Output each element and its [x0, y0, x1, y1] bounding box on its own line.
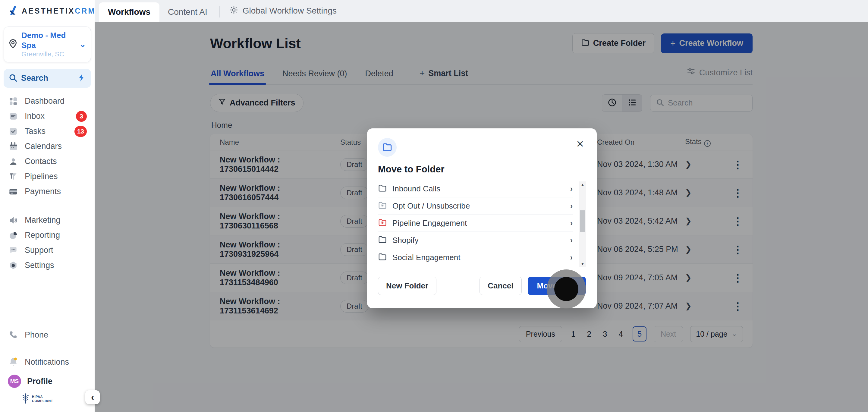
sidebar-item-label: Dashboard: [25, 96, 64, 106]
folder-item-pipeline-engagement[interactable]: Pipeline Engagement ›: [378, 215, 572, 232]
folder-item-shopify[interactable]: Shopify ›: [378, 232, 572, 249]
sidebar-item-label: Inbox: [25, 112, 44, 121]
sidebar-item-inbox[interactable]: Inbox 3: [4, 109, 91, 124]
payments-icon: [8, 187, 19, 196]
pipelines-icon: [8, 172, 19, 182]
marketing-icon: [8, 216, 19, 225]
sidebar-item-label: Pipelines: [25, 172, 58, 181]
location-name: Demo - Med Spa: [22, 30, 76, 50]
tasks-icon: [8, 127, 19, 136]
tasks-count-badge: 13: [74, 126, 87, 137]
sidebar-bottom: Phone Notifications MS Profile HIPAACOMP…: [4, 327, 91, 405]
close-icon[interactable]: ✕: [574, 138, 586, 150]
sidebar-item-pipelines[interactable]: Pipelines: [4, 169, 91, 184]
modal-title: Move to Folder: [378, 164, 586, 175]
click-indicator-dot: [554, 277, 578, 301]
calendar-icon: [8, 141, 19, 151]
contacts-icon: [8, 157, 19, 166]
sidebar-item-notifications[interactable]: Notifications: [4, 354, 91, 370]
sidebar-item-label: Notifications: [25, 357, 69, 367]
sidebar-item-label: Calendars: [25, 141, 62, 151]
location-pin-icon: [7, 38, 19, 50]
sidebar: AESTHETIXCRM Demo - Med Spa Greenville, …: [0, 0, 95, 412]
settings-icon: [8, 261, 19, 271]
folder-icon: [378, 252, 387, 263]
topbar-divider: [219, 6, 220, 18]
inbox-icon: [8, 112, 19, 121]
quick-actions-bolt-icon: [77, 73, 86, 84]
topbar-tab-content-ai[interactable]: Content AI: [159, 2, 216, 22]
sidebar-item-marketing[interactable]: Marketing: [4, 213, 91, 228]
sidebar-item-support[interactable]: Support: [4, 243, 91, 258]
sidebar-item-payments[interactable]: Payments: [4, 184, 91, 199]
sidebar-nav-secondary: Marketing Reporting Support Settings: [0, 213, 95, 273]
folder-item-opt-out[interactable]: Opt Out / Unsubscribe ›: [378, 197, 572, 215]
sidebar-item-label: Marketing: [25, 216, 61, 225]
sidebar-item-tasks[interactable]: Tasks 13: [4, 124, 91, 139]
sidebar-item-label: Payments: [25, 187, 61, 196]
scrollbar-thumb[interactable]: [580, 210, 585, 232]
brand-logo: AESTHETIXCRM: [0, 0, 95, 22]
caduceus-icon: [22, 393, 30, 405]
chevron-right-icon: ›: [570, 202, 572, 210]
chevron-left-icon: ‹: [91, 392, 94, 402]
chevron-right-icon: ›: [570, 219, 572, 227]
folder-icon: [378, 183, 387, 194]
reporting-icon: [8, 230, 19, 240]
folder-list-scrollbar[interactable]: ▲ ▼: [579, 182, 586, 267]
hipaa-compliance-mark: HIPAACOMPLIANT: [4, 393, 91, 405]
sidebar-collapse-button[interactable]: ‹: [85, 390, 100, 404]
folder-lock-icon: [378, 200, 387, 212]
gear-icon: [229, 5, 239, 17]
folder-name: Inbound Calls: [393, 184, 440, 193]
profile-label: Profile: [27, 377, 53, 386]
avatar: MS: [8, 375, 21, 388]
location-selector[interactable]: Demo - Med Spa Greenville, SC ⌄: [4, 27, 91, 62]
sidebar-item-contacts[interactable]: Contacts: [4, 154, 91, 169]
sidebar-item-profile[interactable]: MS Profile: [4, 374, 91, 389]
bell-icon: [8, 357, 19, 367]
topbar-tab-workflows[interactable]: Workflows: [99, 2, 159, 22]
sidebar-item-label: Support: [25, 246, 53, 255]
scroll-up-icon[interactable]: ▲: [581, 182, 585, 187]
support-icon: [8, 246, 19, 255]
sidebar-search[interactable]: Search: [4, 69, 91, 88]
folder-name: Shopify: [393, 236, 418, 245]
search-icon: [8, 73, 18, 84]
folder-name: Social Engagement: [393, 253, 460, 262]
sidebar-item-dashboard[interactable]: Dashboard: [4, 94, 91, 109]
folder-list: Inbound Calls › Opt Out / Unsubscribe › …: [378, 180, 586, 268]
scroll-down-icon[interactable]: ▼: [581, 262, 585, 266]
cancel-button[interactable]: Cancel: [479, 277, 521, 295]
sidebar-item-phone[interactable]: Phone: [4, 327, 91, 342]
sidebar-search-label: Search: [21, 73, 48, 83]
modal-folder-chip: [378, 138, 397, 157]
sidebar-item-label: Contacts: [25, 157, 57, 166]
app-root: AESTHETIXCRM Demo - Med Spa Greenville, …: [0, 0, 868, 412]
new-folder-button[interactable]: New Folder: [378, 277, 436, 295]
tab-label: Content AI: [168, 7, 207, 17]
folder-icon: [382, 141, 393, 153]
sidebar-item-calendars[interactable]: Calendars: [4, 139, 91, 154]
sidebar-item-reporting[interactable]: Reporting: [4, 228, 91, 243]
folder-name: Pipeline Engagement: [393, 219, 467, 228]
settings-label: Global Workflow Settings: [243, 6, 337, 16]
dashboard-icon: [8, 96, 19, 106]
folder-item-inbound-calls[interactable]: Inbound Calls ›: [378, 180, 572, 197]
sidebar-item-label: Phone: [25, 330, 48, 340]
chevron-right-icon: ›: [570, 253, 572, 262]
global-workflow-settings-button[interactable]: Global Workflow Settings: [223, 1, 343, 21]
hipaa-text: HIPAACOMPLIANT: [32, 395, 53, 403]
phone-icon: [8, 330, 19, 340]
brand-logo-icon: [7, 4, 19, 18]
location-city: Greenville, SC: [22, 50, 76, 59]
chevron-down-icon: ⌄: [79, 40, 87, 49]
sidebar-item-label: Reporting: [25, 230, 60, 240]
inbox-count-badge: 3: [76, 111, 87, 122]
sidebar-item-label: Settings: [25, 261, 54, 270]
folder-item-social-engagement[interactable]: Social Engagement ›: [378, 249, 572, 266]
sidebar-item-settings[interactable]: Settings: [4, 258, 91, 273]
sidebar-item-label: Tasks: [25, 127, 45, 136]
tab-label: Workflows: [108, 7, 150, 17]
sidebar-divider: [7, 206, 87, 206]
